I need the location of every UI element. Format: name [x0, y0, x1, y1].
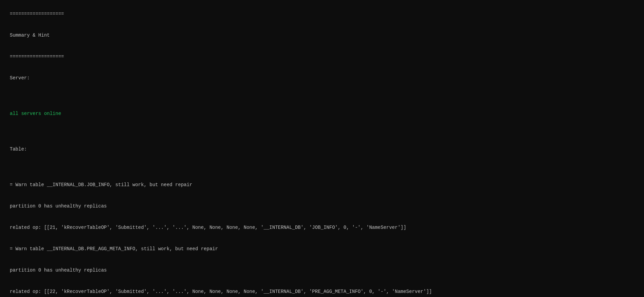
server-label: Server:	[10, 75, 30, 81]
separator-top: ===================	[10, 11, 64, 17]
warn-pre-agg-p0: partition 0 has unhealthy replicas	[10, 268, 107, 273]
terminal-output: =================== Summary & Hint =====…	[4, 3, 640, 297]
warn-pre-agg-op: related op: [[22, 'kRecoverTableOP', 'Su…	[10, 289, 432, 294]
warn-job-info-op: related op: [[21, 'kRecoverTableOP', 'Su…	[10, 225, 406, 230]
warn-job-info: = Warn table __INTERNAL_DB.JOB_INFO, sti…	[10, 182, 192, 187]
separator-bottom: ===================	[10, 54, 64, 59]
warn-job-info-p0: partition 0 has unhealthy replicas	[10, 203, 107, 209]
warn-pre-agg: = Warn table __INTERNAL_DB.PRE_AGG_META_…	[10, 246, 218, 252]
table-label: Table:	[10, 146, 27, 152]
summary-title: Summary & Hint	[10, 33, 50, 38]
server-status: all servers online	[10, 111, 61, 116]
